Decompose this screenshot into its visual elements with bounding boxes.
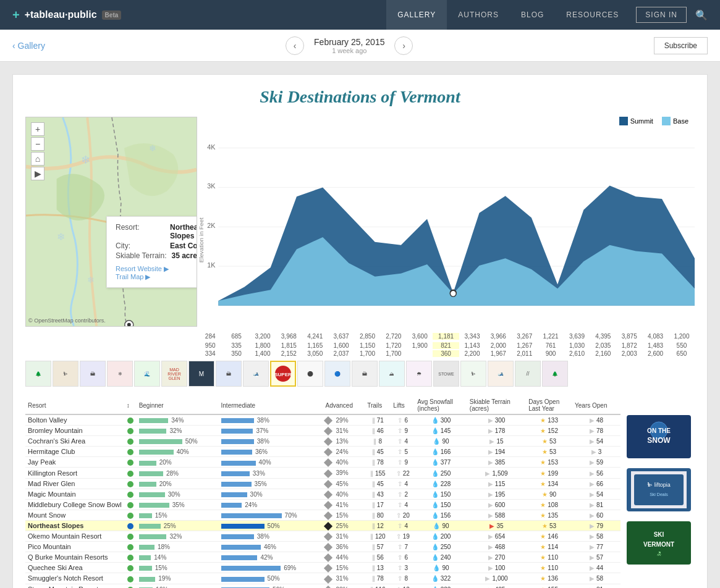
table-row[interactable]: Bromley Mountain 32% 37% 31% ∥ 46 ⇧ 9 💧 … [25, 426, 620, 436]
next-button[interactable]: › [394, 36, 413, 55]
onthesnow-ad[interactable]: ON THE SNOW [627, 415, 691, 458]
table-row[interactable]: Smuggler's Notch Resort 19% 50% 31% ∥ 78… [25, 573, 620, 584]
vert-cell: 2,600 [642, 350, 668, 357]
table-row[interactable]: Cochran's Ski Area 50% 38% 13% ∥ 8 ⇧ 4 💧… [25, 436, 620, 447]
intermediate-cell: 24% [219, 499, 323, 510]
zoom-in-button[interactable]: + [31, 122, 44, 136]
trails-cell: ∥ 155 [365, 468, 391, 478]
col-header-lifts[interactable]: Lifts [391, 397, 415, 414]
resort-logo-2[interactable]: ⛷ [53, 361, 78, 387]
table-row[interactable]: Pico Mountain 18% 46% 36% ∥ 57 ⇧ 7 💧 250 [25, 542, 620, 552]
table-row[interactable]: Mount Snow 15% 70% 15% ∥ 80 ⇧ 20 💧 156 [25, 510, 620, 520]
resort-logo-17[interactable]: ⛷ [460, 361, 486, 387]
table-row[interactable]: Bolton Valley 34% 38% 29% ∥ 71 ⇧ 6 💧 300 [25, 414, 620, 426]
map-copyright: © OpenStreetMap contributors. [28, 317, 106, 324]
terrain-cell: ▶ 115 [467, 478, 526, 489]
years-cell: ▶ 78 [572, 426, 620, 436]
intermediate-cell: 50% [219, 573, 323, 584]
resort-logo-12[interactable]: 🔵 [324, 361, 350, 387]
col-header-sort[interactable]: ↕ [124, 397, 137, 414]
resort-logo-3[interactable]: 🏔 [80, 361, 106, 387]
search-icon[interactable]: 🔍 [695, 9, 708, 21]
table-row[interactable]: Middlebury College Snow Bowl 35% 24% 41%… [25, 499, 620, 510]
resort-dot [124, 531, 137, 542]
prev-button[interactable]: ‹ [286, 36, 304, 55]
resort-logo-18[interactable]: 🎿 [488, 361, 514, 387]
base-rows: 950 335 1,800 1,815 1,165 1,600 1,150 1,… [197, 342, 695, 349]
col-header-days[interactable]: Days OpenLast Year [526, 397, 572, 414]
col-header-beginner[interactable]: Beginner [137, 397, 219, 414]
table-row[interactable]: Killington Resort 28% 33% 39% ∥ 155 ⇧ 22… [25, 468, 620, 478]
legend-base: Base [662, 117, 688, 125]
col-header-years[interactable]: Years Open [572, 397, 620, 414]
col-header-advanced[interactable]: Advanced [323, 397, 365, 414]
vert-cell: 2,152 [276, 350, 302, 357]
table-row[interactable]: Northeast Slopes 25% 50% 25% ∥ 12 ⇧ 4 💧 … [25, 520, 620, 531]
days-cell: ★ 134 [526, 478, 572, 489]
resort-logo-8[interactable]: 🏔 [216, 361, 242, 387]
resort-website-link[interactable]: Resort Website ▶ [116, 265, 197, 273]
zoom-out-button[interactable]: − [31, 137, 44, 151]
table-row[interactable]: Magic Mountain 30% 30% 40% ∥ 43 ⇧ 2 💧 15… [25, 489, 620, 499]
navigate-button[interactable]: ▶ [31, 167, 44, 180]
trails-cell: ∥ 46 [365, 426, 391, 436]
resort-logo-4[interactable]: ❄ [107, 361, 133, 387]
home-button[interactable]: ⌂ [31, 152, 44, 166]
table-row[interactable]: Stowe Mountain Resort 16% 56% 28% ∥ 116 … [25, 584, 620, 588]
intermediate-cell: 38% [219, 436, 323, 447]
resort-logo-10-selected[interactable]: SUPER [270, 361, 296, 387]
years-cell: ▶ 58 [572, 531, 620, 542]
col-header-trails[interactable]: Trails [365, 397, 391, 414]
tooltip-terrain-value: 35 acres [172, 251, 198, 260]
nav-resources[interactable]: RESOURCES [555, 0, 630, 30]
lifts-cell: ⇧ 9 [391, 457, 415, 468]
resort-logo-20[interactable]: 🌲 [542, 361, 568, 387]
skivermont-ad[interactable]: SKI VERMONT 🏖 [627, 521, 691, 565]
col-header-terrain[interactable]: Skiable Terrain(acres) [467, 397, 526, 414]
resort-logo-14[interactable]: ⛰ [379, 361, 405, 387]
table-row[interactable]: Hermitage Club 40% 36% 24% ∥ 45 ⇧ 5 💧 16… [25, 447, 620, 457]
base-cell: 1,143 [459, 342, 485, 349]
trails-cell: ∥ 71 [365, 414, 391, 426]
table-row[interactable]: Quechee Ski Area 15% 69% 15% ∥ 13 ⇧ 3 💧 … [25, 563, 620, 573]
table-row[interactable]: Jay Peak 20% 40% 40% ∥ 78 ⇧ 9 💧 377 [25, 457, 620, 468]
liftopia-ad[interactable]: ⛷ liftopia Ski Deals [627, 468, 691, 511]
table-row[interactable]: Q Burke Mountain Resorts 14% 42% 44% ∥ 5… [25, 552, 620, 563]
col-header-snowfall[interactable]: Avg Snowfall(inches) [415, 397, 467, 414]
resort-name: Killington Resort [25, 468, 124, 478]
resort-logo-6[interactable]: MADRIVERGLEN [161, 361, 187, 387]
resort-logo-9[interactable]: 🎿 [243, 361, 269, 387]
table-row[interactable]: Mad River Glen 20% 35% 45% ∥ 45 ⇧ 4 💧 22… [25, 478, 620, 489]
map-container: ❄ ❄ ❄ ❄ ❄ ❄ 👆 + − ⌂ ▶ [25, 117, 197, 327]
resort-logo-15[interactable]: 🌨 [406, 361, 432, 387]
resort-logo-16[interactable]: STOWE [433, 361, 459, 387]
resort-logos-row: 🌲 ⛷ 🏔 ❄ 🌊 MADRIVERGLEN M 🏔 🎿 SUPER ⚫ 🔵 🏔… [25, 361, 695, 387]
subscribe-button[interactable]: Subscribe [654, 37, 708, 54]
resort-logo-11[interactable]: ⚫ [297, 361, 323, 387]
sign-in-button[interactable]: SIGN IN [636, 7, 687, 23]
resort-logo-19[interactable]: // [515, 361, 541, 387]
table-area: Resort ↕ Beginner Intermediate Advanced … [25, 397, 695, 588]
resort-logo-1[interactable]: 🌲 [25, 361, 51, 387]
snowfall-cell: 💧 300 [415, 414, 467, 426]
svg-text:🏖: 🏖 [657, 552, 661, 556]
logo: + +tableau·public Beta [12, 8, 121, 22]
years-cell: ▶ 56 [572, 468, 620, 478]
nav-gallery[interactable]: GALLERY [386, 0, 447, 30]
nav-blog[interactable]: BLOG [510, 0, 555, 30]
table-row[interactable]: Okemo Mountain Resort 32% 38% 31% ∥ 120 … [25, 531, 620, 542]
gallery-back-link[interactable]: ‹ Gallery [12, 41, 45, 51]
col-header-intermediate[interactable]: Intermediate [219, 397, 323, 414]
resort-logo-13[interactable]: 🏔 [352, 361, 378, 387]
legend-summit: Summit [619, 117, 653, 125]
days-cell: ★ 53 [526, 447, 572, 457]
lifts-cell: ⇧ 4 [391, 478, 415, 489]
resort-logo-7[interactable]: M [188, 361, 214, 387]
nav-authors[interactable]: AUTHORS [447, 0, 510, 30]
trail-map-link[interactable]: Trail Map ▶ [116, 273, 197, 281]
vert-cell: 2,610 [564, 350, 590, 357]
resort-dot [124, 468, 137, 478]
terrain-cell: ▶ 485 [467, 584, 526, 588]
resort-logo-5[interactable]: 🌊 [134, 361, 160, 387]
col-header-resort[interactable]: Resort [25, 397, 124, 414]
